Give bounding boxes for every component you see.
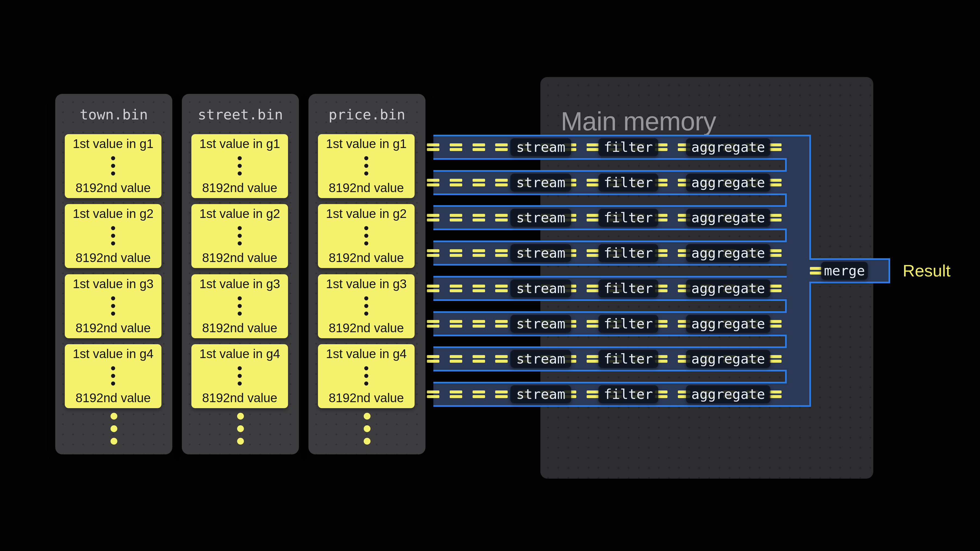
data-chunk-icon: [495, 320, 508, 328]
data-chunk-icon: [450, 355, 462, 363]
data-chunk-icon: [769, 214, 781, 221]
data-chunk-icon: [473, 249, 485, 257]
data-chunk-icon: [450, 179, 462, 186]
ellipsis-dots-icon: [111, 156, 115, 176]
data-chunk-icon: [495, 214, 508, 221]
file-card-town-bin: town.bin1st value in g18192nd value1st v…: [55, 94, 172, 454]
file-card-title: price.bin: [309, 108, 425, 122]
ellipsis-dots-icon: [364, 226, 368, 245]
stage-label-aggregate: aggregate: [686, 315, 770, 333]
data-chunk-icon: [587, 214, 599, 221]
data-chunk-icon: [427, 284, 439, 292]
first-value-label: 1st value in g1: [199, 137, 280, 151]
ellipsis-dots-icon: [364, 296, 368, 316]
data-chunk-icon: [769, 249, 781, 257]
data-chunk-icon: [769, 179, 781, 186]
data-chunk-icon: [769, 284, 781, 292]
more-groups-ellipsis-icon: [309, 413, 425, 445]
stage-label-filter: filter: [598, 174, 658, 192]
ellipsis-dots-icon: [238, 156, 242, 176]
ellipsis-dots-icon: [238, 366, 242, 386]
empty-slot-band: [433, 299, 787, 313]
value-group-block: 1st value in g18192nd value: [318, 134, 415, 198]
data-chunk-icon: [810, 267, 822, 275]
data-chunk-icon: [587, 284, 599, 292]
stage-label-aggregate: aggregate: [686, 385, 770, 403]
empty-slot-band: [433, 158, 787, 172]
data-chunk-icon: [587, 249, 599, 257]
pipeline-row: streamfilteraggregate: [433, 346, 787, 372]
data-chunk-icon: [587, 143, 599, 151]
data-chunk-icon: [450, 391, 462, 398]
value-group-block: 1st value in g48192nd value: [65, 344, 161, 408]
value-group-block: 1st value in g38192nd value: [65, 274, 161, 338]
stage-label-filter: filter: [598, 385, 658, 403]
stage-label-aggregate: aggregate: [686, 138, 770, 156]
data-chunk-icon: [587, 320, 599, 328]
data-chunk-icon: [450, 320, 462, 328]
pipeline-row: streamfilteraggregate: [433, 135, 787, 160]
data-chunk-icon: [427, 179, 439, 186]
pipeline-row: streamfilteraggregate: [433, 311, 787, 336]
last-value-label: 8192nd value: [329, 251, 404, 265]
data-chunk-icon: [450, 284, 462, 292]
ellipsis-dots-icon: [364, 156, 368, 176]
stage-label-aggregate: aggregate: [686, 350, 770, 368]
data-chunk-icon: [495, 284, 508, 292]
data-chunk-icon: [450, 249, 462, 257]
pipeline-row: streamfilteraggregate: [433, 170, 787, 195]
first-value-label: 1st value in g4: [73, 347, 154, 361]
stage-label-filter: filter: [598, 350, 658, 368]
data-chunk-icon: [427, 391, 439, 398]
data-chunk-icon: [427, 214, 439, 221]
data-chunk-icon: [495, 143, 508, 151]
pipeline-row: streamfilteraggregate: [433, 205, 787, 230]
stage-label-aggregate: aggregate: [686, 174, 770, 192]
ellipsis-dots-icon: [364, 366, 368, 386]
first-value-label: 1st value in g4: [199, 347, 280, 361]
value-group-block: 1st value in g48192nd value: [318, 344, 415, 408]
ellipsis-dots-icon: [238, 296, 242, 316]
file-card-title: street.bin: [182, 108, 299, 122]
stage-label-aggregate: aggregate: [686, 279, 770, 297]
stage-label-stream: stream: [511, 279, 571, 297]
data-chunk-icon: [473, 143, 485, 151]
first-value-label: 1st value in g3: [326, 277, 407, 291]
first-value-label: 1st value in g3: [199, 277, 280, 291]
stage-label-stream: stream: [511, 350, 571, 368]
diagram-canvas: Main memory streamfilteraggregatestreamf…: [0, 0, 980, 551]
data-chunk-icon: [495, 391, 508, 398]
data-chunk-icon: [769, 143, 781, 151]
more-groups-ellipsis-icon: [55, 413, 172, 445]
stage-label-filter: filter: [598, 315, 658, 333]
more-groups-ellipsis-icon: [182, 413, 299, 445]
first-value-label: 1st value in g1: [326, 137, 407, 151]
empty-slot-band: [433, 370, 787, 383]
value-group-block: 1st value in g38192nd value: [318, 274, 415, 338]
stage-label-filter: filter: [598, 244, 658, 262]
pipeline-row: streamfilteraggregate: [433, 382, 787, 407]
main-memory-title: Main memory: [561, 108, 716, 134]
data-chunk-icon: [427, 320, 439, 328]
stage-label-stream: stream: [511, 174, 571, 192]
stage-label-stream: stream: [511, 244, 571, 262]
last-value-label: 8192nd value: [202, 251, 277, 265]
data-chunk-icon: [427, 143, 439, 151]
stage-label-aggregate: aggregate: [686, 209, 770, 227]
last-value-label: 8192nd value: [329, 321, 404, 335]
last-value-label: 8192nd value: [75, 251, 151, 265]
data-chunk-icon: [495, 249, 508, 257]
first-value-label: 1st value in g2: [73, 207, 154, 221]
data-chunk-icon: [495, 179, 508, 186]
first-value-label: 1st value in g4: [326, 347, 407, 361]
stage-label-stream: stream: [511, 138, 571, 156]
data-chunk-icon: [769, 320, 781, 328]
first-value-label: 1st value in g2: [326, 207, 407, 221]
data-chunk-icon: [473, 179, 485, 186]
empty-slot-band: [433, 229, 787, 242]
file-card-street-bin: street.bin1st value in g18192nd value1st…: [182, 94, 299, 454]
last-value-label: 8192nd value: [202, 181, 277, 195]
data-chunk-icon: [473, 320, 485, 328]
stage-label-stream: stream: [511, 315, 571, 333]
first-value-label: 1st value in g2: [199, 207, 280, 221]
